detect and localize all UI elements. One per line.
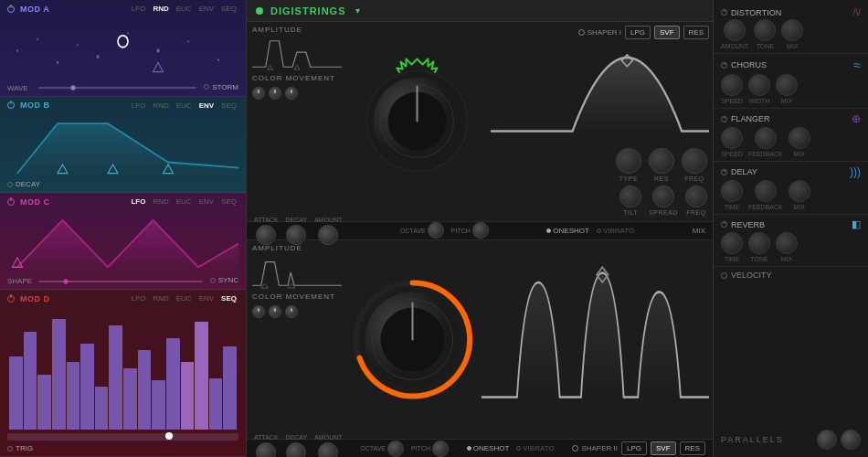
mod-d-type-lfo[interactable]: LFO — [130, 293, 148, 303]
mod-d-type-rnd[interactable]: RND — [151, 293, 170, 303]
osc2-oneshot-dot[interactable] — [467, 446, 471, 451]
osc1-main-knob-container[interactable] — [347, 22, 487, 221]
reverb-mix-wrap: MIX — [776, 232, 798, 262]
osc2-knob-wrap[interactable] — [351, 278, 474, 401]
shaper2-res-btn[interactable]: RES — [680, 441, 705, 455]
osc1-octave-knob[interactable] — [428, 222, 444, 239]
osc2-attack-wrap: ATTACK — [254, 434, 279, 457]
flanger-speed-knob[interactable] — [721, 127, 743, 149]
osc2-amount-knob[interactable] — [318, 442, 338, 457]
preset-arrow[interactable]: ▾ — [355, 5, 360, 16]
fx-chorus-power[interactable] — [721, 62, 727, 69]
decay-indicator — [7, 182, 13, 187]
osc1-tilt-knob-wrap: TILT — [619, 186, 641, 216]
flanger-mix-knob[interactable] — [789, 127, 810, 149]
shaper1-power[interactable] — [578, 29, 585, 36]
osc1-color-knob-3[interactable] — [285, 87, 298, 100]
shaper2-svf-btn[interactable]: SVF — [651, 441, 676, 455]
osc2-amplitude-label: AMPLITUDE — [252, 244, 342, 252]
mod-b-type-env[interactable]: ENV — [197, 101, 216, 111]
delay-mix-knob[interactable] — [789, 180, 810, 202]
osc2-octave-knob[interactable] — [387, 441, 404, 457]
flanger-feedback-knob[interactable] — [755, 127, 777, 149]
osc2-vibrato-dot[interactable] — [516, 446, 521, 451]
distortion-mix-wrap: MIX — [781, 19, 803, 49]
osc1-freq2-knob[interactable] — [685, 186, 707, 207]
master-knob-1[interactable] — [817, 430, 837, 450]
chorus-mix-knob[interactable] — [776, 74, 798, 96]
distortion-mix-knob[interactable] — [781, 19, 803, 41]
mod-d-power[interactable] — [7, 295, 15, 303]
distortion-tone-knob[interactable] — [754, 19, 776, 41]
chorus-width-knob[interactable] — [748, 74, 770, 96]
mod-a-type-lfo[interactable]: LFO — [130, 4, 148, 14]
master-knob-2[interactable] — [841, 430, 861, 450]
chorus-speed-knob[interactable] — [721, 74, 743, 96]
delay-feedback-knob[interactable] — [755, 180, 777, 202]
osc2-decay-knob[interactable] — [286, 442, 306, 457]
osc1-spread-knob[interactable] — [652, 186, 674, 207]
mod-d-type-env[interactable]: ENV — [197, 293, 216, 303]
delay-time-knob[interactable] — [721, 180, 743, 202]
mod-b-type-rnd[interactable]: RND — [151, 101, 170, 111]
mod-d-type-euc[interactable]: EUC — [175, 293, 194, 303]
mod-a-type-env[interactable]: ENV — [197, 4, 216, 14]
osc1-knob-wrap[interactable] — [351, 55, 483, 187]
osc2-main-knob-container[interactable] — [347, 240, 478, 440]
fx-flanger-power[interactable] — [721, 116, 727, 122]
shaper2-lpg-btn[interactable]: LPG — [621, 441, 647, 455]
mod-a-type-rnd[interactable]: RND — [151, 4, 170, 14]
mod-c-type-seq[interactable]: SEQ — [219, 197, 238, 207]
osc1-tilt-knob[interactable] — [619, 186, 641, 207]
mod-a-type-euc[interactable]: EUC — [175, 4, 194, 14]
osc2-decay-wrap: DECAY — [286, 434, 308, 457]
shaper1-lpg-btn[interactable]: LPG — [625, 26, 651, 39]
preset-name[interactable]: DIGISTRINGS — [270, 5, 346, 16]
reverb-mix-knob[interactable] — [776, 232, 798, 254]
mod-c-type-env[interactable]: ENV — [197, 197, 216, 207]
mod-b-type-euc[interactable]: EUC — [175, 101, 194, 111]
shaper1-res-btn[interactable]: RES — [683, 26, 709, 39]
shaper1-svf-btn[interactable]: SVF — [654, 26, 680, 39]
osc1-pitch-knob[interactable] — [472, 222, 489, 239]
osc1-freq-knob[interactable] — [682, 148, 707, 174]
mod-d-playhead — [7, 433, 238, 441]
velocity-power[interactable] — [721, 272, 727, 279]
fx-chorus-name: CHORUS — [721, 60, 767, 69]
osc2-color-knob-2[interactable] — [269, 305, 281, 318]
mod-b-type-lfo[interactable]: LFO — [130, 101, 148, 111]
mod-b-type-seq[interactable]: SEQ — [219, 101, 238, 111]
mod-d-playhead-dot — [165, 432, 173, 440]
osc2-color-knob-3[interactable] — [285, 305, 298, 318]
mod-c-type-euc[interactable]: EUC — [175, 197, 194, 207]
mod-c-type-lfo[interactable]: LFO — [129, 197, 147, 207]
osc1-vibrato-dot[interactable] — [597, 228, 601, 233]
fx-distortion-power[interactable] — [721, 9, 727, 16]
brand-name: PARALLELS — [721, 435, 784, 444]
distortion-amount-knob[interactable] — [724, 19, 746, 41]
fx-delay-power[interactable] — [721, 169, 727, 175]
osc2-pitch-knob[interactable] — [432, 441, 449, 457]
wave-slider[interactable] — [38, 87, 196, 89]
fx-reverb-name: REVERB — [721, 220, 765, 229]
osc1-type-knob[interactable] — [616, 148, 641, 174]
osc1-res-knob[interactable] — [649, 148, 674, 174]
mod-b-power[interactable] — [7, 101, 15, 109]
mod-a-type-seq[interactable]: SEQ — [219, 4, 238, 14]
fx-reverb-power[interactable] — [721, 221, 727, 228]
reverb-tone-knob[interactable] — [748, 232, 770, 254]
flanger-feedback-wrap: FEEDBACK — [748, 127, 783, 157]
mod-c-type-rnd[interactable]: RND — [151, 197, 170, 207]
osc2-attack-knob[interactable] — [256, 442, 276, 457]
osc2-color-knob-1[interactable] — [252, 305, 265, 318]
mod-d-type-seq[interactable]: SEQ — [219, 293, 238, 303]
osc1-color-knob-1[interactable] — [252, 87, 265, 100]
mod-a-power[interactable] — [7, 5, 15, 13]
shape-slider[interactable] — [38, 281, 203, 282]
shaper2-power[interactable] — [572, 445, 578, 452]
osc1-attack-label: ATTACK — [254, 217, 279, 223]
osc1-color-knob-2[interactable] — [269, 87, 281, 100]
reverb-time-knob[interactable] — [721, 232, 743, 254]
osc1-oneshot-dot[interactable] — [546, 228, 551, 233]
mod-c-power[interactable] — [7, 198, 15, 206]
